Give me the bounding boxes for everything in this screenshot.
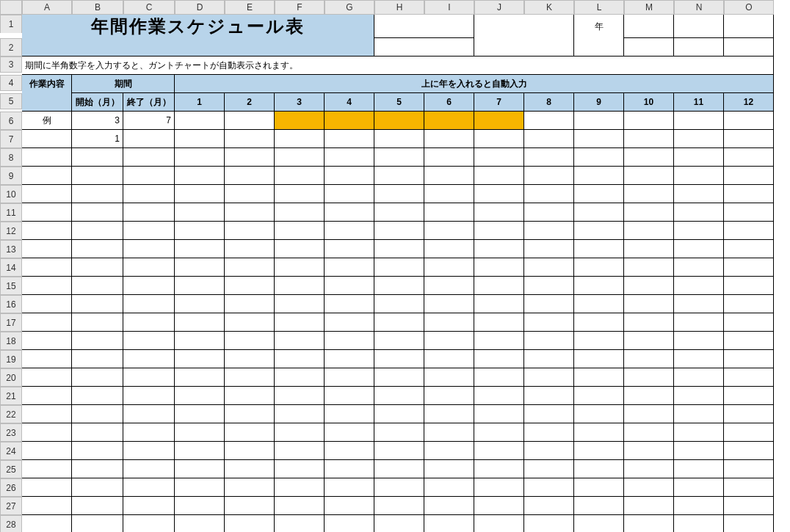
cell[interactable] <box>175 240 225 258</box>
cell[interactable] <box>123 387 175 405</box>
cell[interactable] <box>424 368 474 387</box>
cell[interactable] <box>474 38 574 57</box>
cell[interactable] <box>624 350 674 368</box>
cell[interactable] <box>123 515 175 532</box>
cell[interactable] <box>175 258 225 277</box>
cell[interactable] <box>325 478 374 497</box>
row-header-3[interactable]: 3 <box>0 57 22 73</box>
row-header-22[interactable]: 22 <box>0 405 22 423</box>
row-header-4[interactable]: 4 <box>0 75 22 91</box>
cell[interactable] <box>123 148 175 167</box>
cell[interactable] <box>374 405 424 423</box>
cell[interactable] <box>624 240 674 258</box>
cell[interactable] <box>325 442 374 460</box>
cell[interactable] <box>424 185 474 203</box>
cell[interactable] <box>175 478 225 497</box>
title-cell[interactable]: 年間作業スケジュール表 <box>22 15 374 38</box>
gantt-cell[interactable] <box>674 112 724 130</box>
row-header-8[interactable]: 8 <box>0 148 22 167</box>
row-header-1[interactable]: 1 <box>0 15 22 33</box>
cell[interactable] <box>22 203 72 222</box>
row-header-27[interactable]: 27 <box>0 497 22 515</box>
cell[interactable] <box>225 460 275 478</box>
cell[interactable] <box>72 478 123 497</box>
cell[interactable] <box>325 350 374 368</box>
year-label-cell-bottom[interactable] <box>574 38 624 57</box>
cell[interactable] <box>325 497 374 515</box>
cell[interactable] <box>674 185 724 203</box>
cell[interactable] <box>474 460 524 478</box>
cell[interactable] <box>474 368 524 387</box>
cell[interactable] <box>524 240 574 258</box>
col-header-C[interactable]: C <box>123 0 175 15</box>
cell[interactable] <box>275 185 325 203</box>
cell[interactable] <box>724 167 774 185</box>
cell[interactable] <box>175 442 225 460</box>
cell[interactable] <box>72 277 123 295</box>
cell[interactable] <box>175 460 225 478</box>
cell[interactable] <box>325 277 374 295</box>
cell[interactable] <box>674 350 724 368</box>
cell[interactable] <box>574 222 624 240</box>
cell[interactable] <box>275 240 325 258</box>
cell[interactable] <box>624 332 674 350</box>
cell[interactable] <box>123 185 175 203</box>
cell[interactable] <box>325 203 374 222</box>
cell[interactable] <box>374 130 424 148</box>
cell[interactable] <box>225 368 275 387</box>
cell[interactable] <box>22 167 72 185</box>
row-header-7[interactable]: 7 <box>0 130 22 148</box>
cell[interactable] <box>524 368 574 387</box>
end-header[interactable]: 終了（月） <box>123 93 175 112</box>
cell[interactable] <box>123 222 175 240</box>
cell[interactable] <box>275 478 325 497</box>
gantt-cell[interactable] <box>724 112 774 130</box>
cell[interactable] <box>474 295 524 313</box>
cell[interactable] <box>175 387 225 405</box>
cell[interactable] <box>374 515 424 532</box>
cell[interactable] <box>22 423 72 442</box>
cell[interactable] <box>123 423 175 442</box>
cell[interactable] <box>225 258 275 277</box>
cell[interactable] <box>175 148 225 167</box>
cell[interactable] <box>674 442 724 460</box>
month-header-10[interactable]: 10 <box>624 93 674 112</box>
cell[interactable] <box>474 313 524 332</box>
cell[interactable] <box>325 240 374 258</box>
cell[interactable] <box>275 515 325 532</box>
cell[interactable] <box>123 167 175 185</box>
cell[interactable] <box>724 497 774 515</box>
row-header-20[interactable]: 20 <box>0 368 22 387</box>
cell[interactable] <box>674 313 724 332</box>
cell[interactable] <box>724 240 774 258</box>
cell[interactable] <box>225 148 275 167</box>
cell[interactable] <box>175 350 225 368</box>
cell[interactable] <box>225 387 275 405</box>
col-header-F[interactable]: F <box>275 0 325 15</box>
cell[interactable] <box>724 460 774 478</box>
cell[interactable] <box>574 258 624 277</box>
cell[interactable] <box>22 478 72 497</box>
cell[interactable] <box>474 222 524 240</box>
cell[interactable] <box>225 277 275 295</box>
cell[interactable] <box>325 387 374 405</box>
cell[interactable] <box>22 148 72 167</box>
cell[interactable] <box>72 368 123 387</box>
cell[interactable] <box>325 515 374 532</box>
cell[interactable] <box>22 240 72 258</box>
cell[interactable] <box>72 497 123 515</box>
cell[interactable] <box>275 130 325 148</box>
cell[interactable] <box>474 258 524 277</box>
month-header-1[interactable]: 1 <box>175 93 225 112</box>
cell[interactable] <box>524 460 574 478</box>
row-header-18[interactable]: 18 <box>0 332 22 350</box>
cell[interactable] <box>325 222 374 240</box>
cell[interactable] <box>275 368 325 387</box>
cell[interactable] <box>474 240 524 258</box>
month-header-8[interactable]: 8 <box>524 93 574 112</box>
cell[interactable] <box>325 460 374 478</box>
cell[interactable] <box>474 130 524 148</box>
cell[interactable] <box>574 387 624 405</box>
cell[interactable] <box>123 258 175 277</box>
cell[interactable] <box>624 167 674 185</box>
